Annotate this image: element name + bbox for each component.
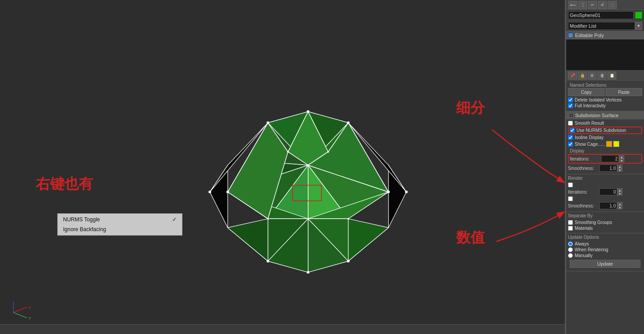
- delete-isolated-label: Delete Isolated Vertices: [575, 97, 622, 102]
- render-iterations-input[interactable]: [599, 188, 617, 195]
- render-smoothness-checkbox[interactable]: [568, 196, 573, 201]
- copy-paste-row: Copy Paste: [568, 88, 642, 96]
- named-selections-label: Named Selections:: [568, 82, 642, 88]
- svg-point-38: [347, 122, 350, 124]
- display-iterations-down[interactable]: ▼: [619, 159, 624, 162]
- svg-point-48: [307, 218, 309, 220]
- full-interactivity-label: Full Interactivity: [575, 103, 606, 108]
- manually-radio[interactable]: [568, 253, 573, 258]
- full-interactivity-checkbox[interactable]: [568, 103, 573, 108]
- ctx-nurms-label: NURMS Toggle: [63, 216, 100, 223]
- update-button[interactable]: Update: [570, 260, 640, 268]
- toolbar-btn-4[interactable]: ↺: [598, 1, 607, 9]
- render-section: Render Iterations: ▲ ▼ Smoothne: [566, 174, 644, 212]
- always-label: Always: [575, 241, 589, 246]
- object-color-indicator[interactable]: [635, 12, 642, 19]
- subdivision-surface-content: Smooth Result Use NURMS Subdivision Isol…: [566, 119, 644, 174]
- smooth-result-label: Smooth Result: [575, 121, 604, 126]
- cage-color-1[interactable]: [606, 141, 612, 147]
- named-selections-content: Named Selections: Copy Paste Delete Isol…: [566, 80, 644, 111]
- toolbar-btn-2[interactable]: ⌶: [578, 1, 587, 9]
- when-rendering-label: When Rendering: [575, 247, 608, 252]
- svg-point-44: [307, 271, 309, 274]
- smoothing-groups-checkbox[interactable]: [568, 220, 573, 225]
- modifier-stack: [566, 39, 644, 71]
- annotation-shuzhi: 数值: [456, 228, 485, 248]
- manually-label: Manually: [575, 253, 593, 258]
- sub-btn-config[interactable]: ⚙: [588, 72, 597, 80]
- subdivision-surface-header[interactable]: - Subdivision Surface: [566, 111, 644, 119]
- render-iterations-down[interactable]: ▼: [617, 192, 623, 195]
- use-nurms-row: Use NURMS Subdivision: [568, 127, 642, 134]
- display-iterations-up[interactable]: ▲: [619, 155, 624, 159]
- update-options-label: Update Options: [566, 233, 644, 240]
- svg-point-37: [307, 110, 309, 113]
- svg-point-39: [267, 122, 269, 124]
- use-nurms-checkbox[interactable]: [570, 128, 575, 133]
- svg-point-41: [226, 190, 229, 193]
- when-rendering-row: When Rendering: [568, 247, 642, 252]
- render-iterations-spinner: ▲ ▼: [617, 188, 623, 195]
- display-smoothness-down[interactable]: ▼: [617, 168, 623, 172]
- toolbar-btn-5[interactable]: ⬚: [608, 1, 617, 9]
- ctx-nurms-toggle[interactable]: NURMS Toggle ✓: [58, 215, 182, 224]
- isoline-display-label: Isoline Display: [575, 135, 603, 140]
- copy-button[interactable]: Copy: [568, 88, 605, 96]
- separate-by-content: Smoothing Groups Materials: [566, 219, 644, 233]
- separate-by-label: Separate By: [566, 212, 644, 219]
- update-options-content: Always When Rendering Manually Update: [566, 240, 644, 271]
- full-interactivity-row: Full Interactivity: [568, 103, 642, 108]
- render-content: Iterations: ▲ ▼ Smoothness: ▲ ▼: [566, 181, 644, 211]
- use-nurms-label: Use NURMS Subdivision: [576, 128, 626, 133]
- render-iterations-label: Iterations:: [568, 190, 599, 194]
- toolbar-btn-3[interactable]: ✂: [588, 1, 597, 9]
- status-bar: [0, 324, 565, 334]
- render-iterations-up[interactable]: ▲: [617, 188, 623, 192]
- editable-poly-header: Editable Poly: [566, 31, 644, 39]
- modifier-list-dropdown[interactable]: ▼: [635, 22, 642, 30]
- cage-color-2[interactable]: [613, 141, 619, 147]
- render-smoothness-input[interactable]: [599, 202, 617, 209]
- display-iterations-input[interactable]: [601, 155, 619, 162]
- materials-checkbox[interactable]: [568, 226, 573, 231]
- panel-scroll[interactable]: Named Selections: Copy Paste Delete Isol…: [566, 80, 644, 334]
- object-name-input[interactable]: [568, 11, 634, 19]
- render-checkbox-row: [568, 182, 642, 187]
- when-rendering-radio[interactable]: [568, 247, 573, 252]
- render-smoothness-checkbox-row: [568, 196, 642, 201]
- display-iterations-label: Iterations:: [570, 156, 601, 161]
- separate-by-section: Separate By Smoothing Groups Materials: [566, 212, 644, 233]
- isoline-display-checkbox[interactable]: [568, 135, 573, 140]
- delete-isolated-checkbox[interactable]: [568, 97, 573, 102]
- show-cage-row: Show Cage......: [568, 141, 642, 147]
- sub-btn-trash[interactable]: 🗑: [597, 72, 606, 80]
- always-radio[interactable]: [568, 241, 573, 246]
- sub-btn-pin[interactable]: 📌: [568, 72, 577, 80]
- display-smoothness-label: Smoothness:: [568, 166, 599, 171]
- manually-row: Manually: [568, 253, 642, 258]
- subdivision-surface-label: Subdivision Surface: [575, 113, 619, 118]
- annotation-youjian: 右键也有: [36, 174, 93, 194]
- render-smoothness-up[interactable]: ▲: [617, 202, 623, 206]
- svg-point-49: [347, 218, 349, 220]
- toolbar-btn-1[interactable]: ⟵: [568, 1, 577, 9]
- modifier-list-select[interactable]: Modifier List: [568, 22, 635, 30]
- render-checkbox[interactable]: [568, 182, 573, 187]
- paste-button[interactable]: Paste: [606, 88, 642, 96]
- show-cage-checkbox[interactable]: [568, 142, 573, 147]
- ctx-ignore-label: Ignore Backfacing: [63, 226, 106, 233]
- svg-point-40: [387, 190, 390, 193]
- render-smoothness-spinner: ▲ ▼: [617, 202, 623, 209]
- subdivision-collapse-btn[interactable]: -: [569, 113, 573, 118]
- svg-point-45: [405, 190, 408, 193]
- render-iterations-row: Iterations: ▲ ▼: [568, 188, 642, 195]
- render-smoothness-down[interactable]: ▼: [617, 206, 623, 209]
- context-menu[interactable]: NURMS Toggle ✓ Ignore Backfacing: [57, 213, 182, 236]
- sub-btn-lock[interactable]: 🔒: [578, 72, 587, 80]
- smooth-result-checkbox[interactable]: [568, 121, 573, 126]
- display-smoothness-up[interactable]: ▲: [617, 165, 623, 168]
- sub-btn-plus[interactable]: 📋: [607, 72, 616, 80]
- display-smoothness-input[interactable]: [599, 165, 617, 172]
- ctx-ignore-backfacing[interactable]: Ignore Backfacing: [58, 224, 182, 234]
- svg-point-50: [267, 218, 269, 220]
